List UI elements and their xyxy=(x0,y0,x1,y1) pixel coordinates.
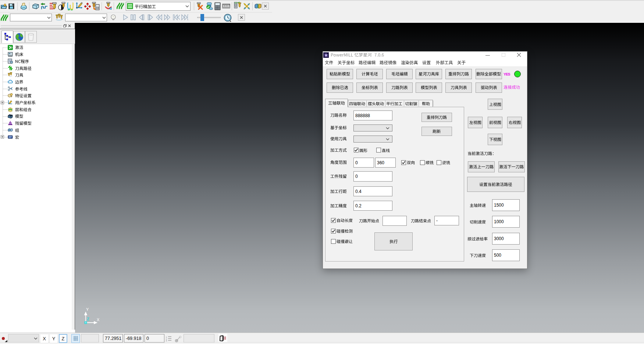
svg-text:Y: Y xyxy=(86,307,89,312)
svg-text:Z: Z xyxy=(87,317,89,321)
svg-text:X: X xyxy=(97,317,100,322)
svg-text:z: z xyxy=(166,340,167,342)
